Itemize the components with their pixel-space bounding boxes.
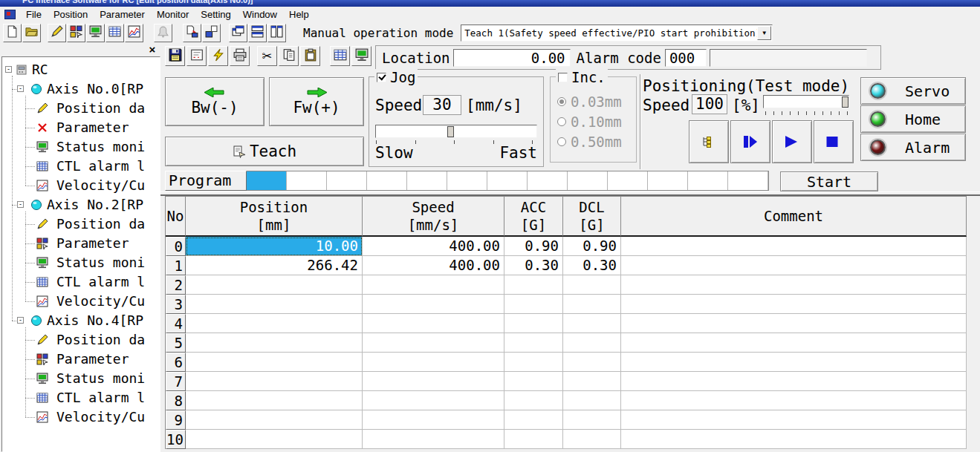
cell-r6-c1[interactable]: [363, 353, 504, 372]
row-header-6[interactable]: 6: [166, 353, 186, 372]
jog-slider-thumb[interactable]: [447, 126, 454, 137]
floppy-button-2[interactable]: [165, 46, 185, 66]
close-icon[interactable]: ×: [147, 45, 158, 55]
menu-setting[interactable]: Setting: [195, 7, 236, 22]
start-button[interactable]: Start: [780, 171, 878, 191]
cell-r2-c1[interactable]: [363, 275, 504, 295]
jog-checkbox[interactable]: [377, 73, 386, 82]
open-folder-button[interactable]: [22, 24, 41, 42]
tree-collapse-icon[interactable]: -: [17, 85, 24, 92]
row-header-5[interactable]: 5: [166, 333, 186, 353]
cell-r5-c3[interactable]: [563, 333, 621, 353]
cell-r0-c2[interactable]: 0.90: [504, 237, 563, 256]
cell-r4-c4[interactable]: [621, 314, 967, 333]
cell-r9-c2[interactable]: [504, 410, 563, 430]
cell-r8-c1[interactable]: [363, 391, 504, 410]
cell-r9-c0[interactable]: [186, 410, 363, 430]
home-button[interactable]: Home: [860, 105, 966, 133]
operation-mode-select[interactable]: Teach 1(Safety speed effective/PIO start…: [461, 24, 773, 42]
cell-r1-c4[interactable]: [621, 256, 967, 275]
cell-r0-c3[interactable]: 0.90: [563, 237, 621, 256]
row-header-7[interactable]: 7: [166, 372, 186, 391]
copy-button-2[interactable]: [279, 46, 299, 66]
cell-r2-c3[interactable]: [563, 275, 621, 295]
teach-button[interactable]: Teach: [165, 137, 364, 166]
cell-r5-c2[interactable]: [504, 333, 563, 353]
menu-file[interactable]: File: [20, 7, 48, 22]
new-file-button[interactable]: [3, 24, 22, 42]
row-header-0[interactable]: 0: [166, 237, 186, 256]
cell-r5-c0[interactable]: [186, 333, 363, 353]
program-cell-1[interactable]: [287, 171, 327, 190]
cell-r7-c2[interactable]: [504, 372, 563, 391]
menu-help[interactable]: Help: [283, 7, 315, 22]
cell-r7-c4[interactable]: [621, 372, 967, 391]
cell-r1-c2[interactable]: 0.30: [504, 256, 563, 275]
alarm-button[interactable]: Alarm: [860, 134, 966, 161]
program-cell-10[interactable]: [648, 171, 688, 190]
memo-button-2[interactable]: [186, 46, 207, 66]
cell-r0-c0[interactable]: 10.00: [186, 237, 363, 256]
program-cell-7[interactable]: [528, 171, 568, 190]
cell-r9-c3[interactable]: [563, 410, 621, 430]
servo-button[interactable]: Servo: [860, 77, 966, 105]
program-cell-8[interactable]: [568, 171, 608, 190]
edit-pencil-button[interactable]: [48, 24, 66, 42]
tree-row-rc[interactable]: -RC: [2, 60, 160, 79]
cell-r2-c2[interactable]: [504, 275, 563, 295]
cell-r10-c2[interactable]: [504, 430, 563, 449]
cell-r4-c1[interactable]: [363, 314, 504, 333]
jog-speed-field[interactable]: 30: [423, 95, 461, 115]
jog-forward-button[interactable]: Fw(+): [269, 77, 364, 126]
row-header-4[interactable]: 4: [166, 314, 186, 333]
paste-button-2[interactable]: [300, 46, 320, 66]
table-grid-button[interactable]: [106, 24, 124, 42]
radio-icon[interactable]: [557, 137, 566, 146]
positioning-speed-field[interactable]: 100: [692, 94, 727, 114]
monitor-button[interactable]: [86, 24, 105, 42]
cell-r10-c4[interactable]: [621, 430, 967, 449]
program-cell-0[interactable]: [247, 171, 287, 190]
positioning-slider-thumb[interactable]: [842, 96, 848, 108]
cell-r4-c3[interactable]: [563, 314, 621, 333]
row-header-3[interactable]: 3: [166, 295, 186, 314]
cell-r1-c0[interactable]: 266.42: [186, 256, 363, 275]
position-list-button[interactable]: [689, 120, 729, 163]
cell-r2-c0[interactable]: [186, 275, 363, 295]
cell-r10-c3[interactable]: [563, 430, 621, 449]
tree-collapse-icon[interactable]: -: [17, 201, 24, 208]
save-page-button[interactable]: [183, 24, 201, 42]
cell-r4-c0[interactable]: [186, 314, 363, 333]
menu-position[interactable]: Position: [48, 7, 94, 22]
save-floppy-button[interactable]: [202, 24, 221, 42]
radio-icon[interactable]: [557, 97, 566, 106]
stop-button[interactable]: [814, 120, 854, 163]
cell-r7-c0[interactable]: [186, 372, 363, 391]
cell-r7-c3[interactable]: [563, 372, 621, 391]
inc-option-0.03mm[interactable]: 0.03mm: [557, 94, 622, 110]
program-cell-2[interactable]: [327, 171, 367, 190]
cell-r1-c1[interactable]: 400.00: [363, 256, 504, 275]
cell-r7-c1[interactable]: [363, 372, 504, 391]
cell-r8-c0[interactable]: [186, 391, 363, 410]
chevron-down-icon[interactable]: ▼: [757, 26, 771, 40]
cell-r5-c1[interactable]: [363, 333, 504, 353]
cell-r8-c3[interactable]: [563, 391, 621, 410]
tree-collapse-icon[interactable]: -: [5, 66, 12, 73]
cell-r9-c1[interactable]: [363, 410, 504, 430]
play-button[interactable]: [772, 120, 812, 163]
row-header-1[interactable]: 1: [166, 256, 186, 275]
palette-button[interactable]: [67, 24, 85, 42]
tree-collapse-icon[interactable]: -: [17, 317, 24, 324]
cell-r8-c4[interactable]: [621, 391, 967, 410]
step-button[interactable]: [730, 120, 770, 163]
row-header-8[interactable]: 8: [166, 391, 186, 410]
cell-r6-c4[interactable]: [621, 353, 967, 372]
cell-r10-c1[interactable]: [363, 430, 504, 449]
program-cell-12[interactable]: [728, 171, 768, 190]
menu-parameter[interactable]: Parameter: [94, 7, 151, 22]
inc-option-0.10mm[interactable]: 0.10mm: [557, 114, 622, 130]
monitor-button-2[interactable]: [351, 46, 371, 66]
program-cell-5[interactable]: [447, 171, 487, 190]
graph-button[interactable]: [125, 24, 143, 42]
